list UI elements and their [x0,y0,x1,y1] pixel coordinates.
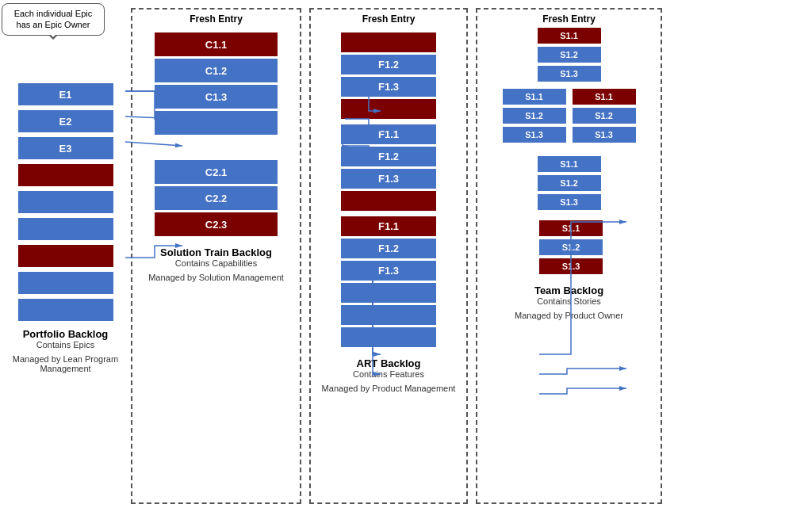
solution-label: Solution Train Backlog Contains Capabili… [148,246,284,282]
art-group1: F1.2 F1.3 [315,32,462,121]
cap-c2-1: C2.1 [155,160,278,184]
story-g3-s2: S1.2 [538,175,601,191]
art-fresh-entry-area: Fresh Entry [362,13,416,28]
team-subtitle: Contains Stories [515,296,623,306]
epic-blue4 [18,191,113,213]
team-group4-right: S1.1 S1.2 S1.3 [539,220,603,277]
portfolio-label: Portfolio Backlog Contains Epics Managed… [4,328,127,373]
feat-f1-1-c: F1.1 [341,216,436,236]
story-g3-s3: S1.3 [538,194,601,210]
portfolio-section: E1 E2 E3 Portfolio Backlog Contains Epic… [4,8,127,504]
art-group3: F1.1 F1.2 F1.3 [315,216,462,349]
feat-dark-a [341,99,436,119]
solution-subtitle: Contains Capabilities [148,258,284,268]
team-title: Team Backlog [515,285,623,296]
story-right1-s1: S1.1 [573,89,636,105]
feat-blue-c3 [341,327,436,347]
epic-e1: E1 [18,83,113,105]
portfolio-items: E1 E2 E3 [18,83,113,323]
story-g3-s1: S1.1 [538,156,601,172]
cap-c1-3: C1.3 [155,85,278,109]
team-fresh-entry-area: Fresh Entry S1.1 S1.2 S1.3 [538,13,601,84]
team-subgroup-right1: S1.1 S1.2 S1.3 [573,89,636,145]
speech-bubble: Each individual Epic has an Epic Owner [2,3,105,36]
art-section: Fresh Entry F1.2 F1.3 F1.1 F1.2 F1.3 F1.… [309,8,468,504]
solution-group1: C1.1 C1.2 C1.3 [136,32,296,137]
feat-f1-3-c: F1.3 [341,261,436,281]
epic-dark1 [18,164,113,186]
art-subtitle: Contains Features [322,369,456,379]
speech-bubble-text: Each individual Epic has an Epic Owner [14,9,92,29]
epic-e2: E2 [18,110,113,132]
team-subgroup-left1: S1.1 S1.2 S1.3 [503,89,566,145]
story-g4-s1: S1.1 [539,220,603,236]
story-right1-s3: S1.3 [573,127,636,143]
cap-c2-3: C2.3 [155,212,278,236]
cap-c1-1: C1.1 [155,32,278,56]
team-label: Team Backlog Contains Stories Managed by… [515,285,623,320]
story-left1-s3: S1.3 [503,127,566,143]
epic-blue5 [18,218,113,240]
art-group2: F1.1 F1.2 F1.3 [315,124,462,213]
art-inner: F1.2 F1.3 F1.1 F1.2 F1.3 F1.1 F1.2 F1.3 [315,32,462,353]
feat-f1-3-a: F1.3 [341,77,436,97]
art-fresh-entry-label: Fresh Entry [362,13,416,25]
cap-c1-2: C1.2 [155,59,278,82]
cap-c2-2: C2.2 [155,186,278,210]
team-managed: Managed by Product Owner [515,311,623,320]
solution-fresh-entry-label: Fresh Entry [190,13,243,25]
portfolio-managed: Managed by Lean Program Management [4,354,127,373]
art-managed: Managed by Product Management [322,384,456,393]
epic-dark2 [18,245,113,267]
story-left1-s1: S1.1 [503,89,566,105]
feat-f1-2-b: F1.2 [341,147,436,166]
epic-e3: E3 [18,137,113,159]
feat-f1-2-c: F1.2 [341,239,436,258]
epic-blue6 [18,272,113,294]
solution-inner: C1.1 C1.2 C1.3 C2.1 C2.2 C2.3 [136,32,296,242]
team-inner: S1.1 S1.2 S1.3 S1.1 S1.2 S1.3 S1.1 S1.2 … [481,89,657,280]
feat-blue-c1 [341,283,436,303]
portfolio-subtitle: Contains Epics [4,340,127,349]
story-right1-s2: S1.2 [573,108,636,124]
story-s1-3-fresh: S1.3 [538,66,601,82]
story-g4-s3: S1.3 [539,258,603,274]
feat-f1-1-dark [341,32,436,52]
solution-title: Solution Train Backlog [148,246,284,258]
cap-c1-4 [155,111,278,135]
feat-f1-3-b: F1.3 [341,169,436,189]
story-g4-s2: S1.2 [539,239,603,255]
team-fresh-entry-label: Fresh Entry [542,13,596,25]
feat-f1-2-a: F1.2 [341,55,436,74]
solution-group2: C2.1 C2.2 C2.3 [136,160,296,239]
solution-section: Fresh Entry C1.1 C1.2 C1.3 C2.1 C2.2 C2.… [131,8,301,504]
story-left1-s2: S1.2 [503,108,566,124]
team-fresh-stories: S1.1 S1.2 S1.3 [538,28,601,84]
solution-managed: Managed by Solution Management [148,273,284,282]
main-container: Each individual Epic has an Epic Owner E… [0,0,812,508]
solution-fresh-entry-area: Fresh Entry [190,13,243,28]
art-title: ART Backlog [322,357,456,369]
team-section: Fresh Entry S1.1 S1.2 S1.3 S1.1 S1.2 S1.… [476,8,662,504]
portfolio-title: Portfolio Backlog [4,328,127,340]
art-label: ART Backlog Contains Features Managed by… [322,357,456,393]
feat-blue-c2 [341,305,436,325]
story-s1-1-fresh: S1.1 [538,28,601,44]
feat-f1-1-b: F1.1 [341,124,436,144]
team-group3: S1.1 S1.2 S1.3 [481,156,657,212]
epic-blue7 [18,299,113,321]
feat-dark-b [341,191,436,211]
story-s1-2-fresh: S1.2 [538,47,601,63]
